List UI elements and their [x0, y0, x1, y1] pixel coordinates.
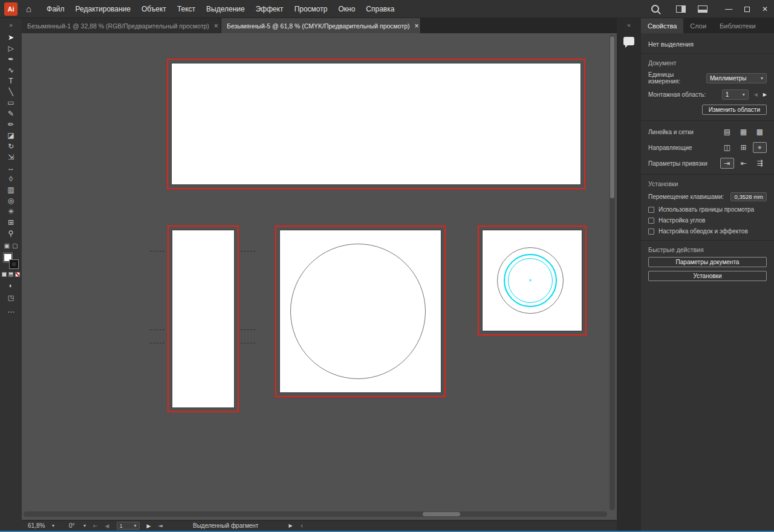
scale-tool[interactable]: ⇲ [0, 152, 22, 163]
last-artboard-icon[interactable]: ⇥ [158, 523, 163, 529]
artboard-tool[interactable]: ⊞ [0, 217, 22, 228]
search-icon[interactable] [651, 5, 659, 13]
scroll-left-icon[interactable]: ‹ [301, 522, 303, 529]
line-segment-tool[interactable]: ╲ [0, 86, 22, 97]
document-tab-1[interactable]: Безымянный-1 @ 32,88 % (RGB/Предваритель… [22, 18, 221, 33]
corner-settings-checkbox[interactable] [648, 218, 654, 224]
scale-strokes-effects-checkbox[interactable] [648, 229, 654, 235]
selection-tool[interactable]: ➤ [0, 32, 22, 43]
expand-panels-icon[interactable]: « [627, 18, 631, 32]
status-indicator[interactable]: Выделенный фрагмент [193, 522, 258, 529]
menu-edit[interactable]: Редактирование [70, 0, 136, 18]
snap-to-glyph-icon[interactable]: ⇶ [753, 158, 767, 169]
snap-to-grid-icon[interactable]: ⇤ [737, 158, 750, 169]
workspace-switcher-icon[interactable] [698, 5, 707, 13]
menu-object[interactable]: Объект [136, 0, 172, 18]
menu-effect[interactable]: Эффект [250, 0, 289, 18]
artboard-1[interactable] [167, 59, 585, 189]
zoom-level[interactable]: 61,8% [28, 522, 48, 529]
document-setup-button[interactable]: Параметры документа [648, 257, 767, 267]
more-tools-icon[interactable]: ⋯ [7, 308, 15, 316]
status-menu-icon[interactable]: ▶ [288, 523, 292, 528]
units-dropdown[interactable]: Миллиметры ▾ [706, 73, 767, 83]
ruler-icon[interactable]: ▤ [720, 126, 734, 137]
menu-help[interactable]: Справка [360, 0, 400, 18]
gradient-icon[interactable] [8, 272, 13, 277]
zoom-menu-icon[interactable]: ▾ [52, 523, 54, 528]
tab-close-icon[interactable]: × [415, 22, 419, 30]
window-close-button[interactable]: ✕ [756, 5, 774, 13]
symbol-sprayer-tool[interactable]: ✳ [0, 206, 22, 217]
edit-artboards-button[interactable]: Изменить области [702, 105, 767, 115]
rotate-tool[interactable]: ↻ [0, 141, 22, 152]
draw-normal-icon[interactable]: ▣ [4, 242, 10, 249]
tab-properties[interactable]: Свойства [641, 18, 683, 33]
grid-icon[interactable]: ▦ [737, 126, 750, 137]
transparency-grid-icon[interactable]: ▩ [753, 126, 767, 137]
curvature-tool[interactable]: ∿ [0, 65, 22, 76]
type-tool[interactable]: T [0, 76, 22, 86]
tab-libraries[interactable]: Библиотеки [713, 18, 763, 33]
previous-artboard-icon[interactable]: ◀ [105, 523, 109, 529]
smart-guides-icon[interactable]: ⌖ [753, 142, 767, 153]
comments-panel-icon[interactable] [623, 37, 634, 45]
next-artboard-icon[interactable]: ▶ [763, 92, 767, 97]
horizontal-scrollbar[interactable] [24, 511, 607, 517]
toolbar: » ➤ ▷ ✒ ∿ T ╲ ▭ ✎ ✏ ◪ ↻ ⇲ ↔ ◊ ▥ ◎ ✳ ⊞ ⚲ … [0, 18, 22, 531]
home-icon[interactable]: ⌂ [26, 4, 31, 14]
zoom-tool[interactable]: ⚲ [0, 228, 22, 239]
artboard-2-surface[interactable] [172, 230, 235, 408]
arrange-documents-icon[interactable] [676, 5, 686, 13]
artboard-number-dropdown[interactable]: 1 ▾ [722, 89, 749, 100]
first-artboard-icon[interactable]: ⇤ [93, 523, 98, 529]
rectangle-tool[interactable]: ▭ [0, 97, 22, 108]
keyboard-increment-field[interactable]: 0,3528 mm [730, 192, 767, 201]
vertical-scrollbar-thumb[interactable] [610, 36, 614, 198]
horizontal-scrollbar-thumb[interactable] [423, 512, 460, 516]
menu-window[interactable]: Окно [333, 0, 360, 18]
gradient-tool[interactable]: ▥ [0, 184, 22, 195]
paintbrush-tool[interactable]: ✎ [0, 108, 22, 119]
menu-file[interactable]: Файл [41, 0, 70, 18]
pen-tool[interactable]: ✒ [0, 54, 22, 65]
eraser-tool[interactable]: ◪ [0, 130, 22, 141]
preferences-button[interactable]: Установки [648, 271, 767, 281]
next-artboard-icon[interactable]: ▶ [147, 523, 151, 529]
snap-to-point-icon[interactable]: ⇥ [720, 158, 734, 169]
pencil-tool[interactable]: ✏ [0, 119, 22, 130]
artboard-1-surface[interactable] [171, 63, 581, 185]
width-tool[interactable]: ↔ [0, 163, 22, 174]
artboard-2[interactable] [167, 225, 239, 412]
rotation-menu-icon[interactable]: ▾ [83, 523, 86, 528]
blend-tool[interactable]: ◎ [0, 195, 22, 206]
toolbar-collapse-icon[interactable]: » [0, 18, 22, 32]
menu-type[interactable]: Текст [172, 0, 201, 18]
none-icon[interactable] [15, 272, 20, 277]
guides-icon[interactable]: ◫ [720, 142, 734, 153]
vertical-scrollbar[interactable] [610, 35, 615, 510]
clipping-mask-icon[interactable]: ◐ [9, 282, 13, 289]
eyedropper-tool[interactable]: ◊ [0, 174, 22, 184]
canvas[interactable]: ✕ [22, 33, 617, 520]
artboard-number-field[interactable]: 1 ▾ [117, 522, 140, 530]
document-tab-2[interactable]: Безымянный-5 @ 61,8 % (CMYK/Предваритель… [221, 18, 421, 33]
large-circle-shape[interactable] [290, 244, 426, 379]
menu-view[interactable]: Просмотр [289, 0, 333, 18]
lock-guides-icon[interactable]: ⊞ [737, 142, 750, 153]
direct-selection-tool[interactable]: ▷ [0, 43, 22, 54]
tab-close-icon[interactable]: × [214, 22, 218, 30]
stroke-swatch[interactable] [10, 260, 18, 268]
color-icon[interactable] [2, 272, 7, 277]
prev-artboard-icon[interactable]: ◀ [754, 92, 758, 97]
preferences-section-title: Установки [648, 180, 767, 187]
use-preview-bounds-checkbox[interactable] [648, 207, 654, 213]
menu-select[interactable]: Выделение [201, 0, 250, 18]
window-minimize-button[interactable]: — [720, 5, 738, 13]
draw-behind-icon[interactable]: ▢ [12, 242, 18, 249]
screen-mode-icon[interactable]: ◳ [8, 294, 14, 302]
window-maximize-button[interactable] [738, 5, 756, 13]
rotation-angle[interactable]: 0° [69, 522, 80, 529]
document-tabbar: Безымянный-1 @ 32,88 % (RGB/Предваритель… [22, 18, 617, 33]
chevron-down-icon: ▾ [134, 523, 136, 528]
tab-layers[interactable]: Слои [683, 18, 713, 33]
